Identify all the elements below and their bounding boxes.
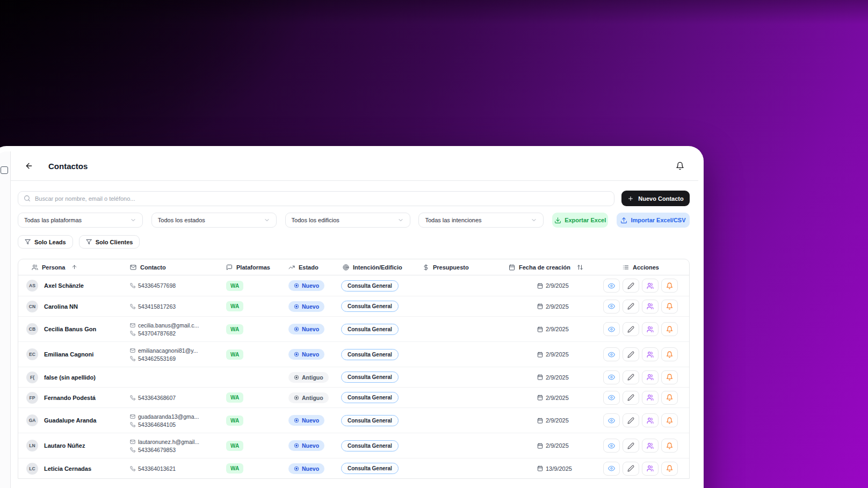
notify-button[interactable]	[661, 462, 678, 476]
users-icon	[647, 282, 654, 289]
platform-badge: WA	[226, 281, 243, 291]
import-excel-button[interactable]: Importar Excel/CSV	[617, 213, 690, 228]
notifications-button[interactable]	[676, 162, 684, 170]
trending-up-icon	[288, 264, 295, 271]
avatar: AS	[26, 280, 38, 292]
buildings-filter-value: Todos los edificios	[292, 217, 339, 223]
status-badge: Nuevo	[288, 324, 324, 334]
intent-chip: Consulta General	[341, 415, 399, 426]
disc-icon	[294, 375, 299, 380]
view-button[interactable]	[603, 300, 620, 314]
search-row: Nuevo Contacto	[18, 191, 690, 206]
notify-button[interactable]	[661, 347, 678, 361]
contact-name: Guadalupe Aranda	[44, 417, 96, 424]
edit-button[interactable]	[623, 322, 639, 336]
bell-icon	[676, 162, 684, 170]
users-icon	[647, 303, 654, 310]
users-icon	[647, 442, 654, 449]
view-button[interactable]	[603, 413, 620, 427]
search-input[interactable]	[35, 195, 609, 202]
column-header-fecha[interactable]: Fecha de creación	[491, 264, 603, 271]
edit-button[interactable]	[623, 300, 639, 314]
avatar: GA	[26, 414, 38, 426]
disc-icon	[294, 283, 299, 288]
eye-icon	[608, 465, 615, 472]
export-excel-button[interactable]: Exportar Excel	[552, 213, 608, 228]
calendar-icon	[537, 283, 543, 289]
view-button[interactable]	[603, 391, 620, 405]
edit-button[interactable]	[623, 439, 639, 453]
calendar-icon	[537, 374, 543, 380]
platforms-filter-select[interactable]: Todas las plataformas	[18, 213, 143, 228]
assign-button[interactable]	[642, 300, 659, 314]
column-header-intencion: Intención/Edificio	[341, 264, 423, 271]
edit-button[interactable]	[623, 347, 639, 361]
disc-icon	[294, 443, 299, 448]
assign-button[interactable]	[642, 347, 659, 361]
states-filter-select[interactable]: Todos los estados	[151, 213, 277, 228]
table-row: GA Guadalupe Aranda guadaaranda13@gma...…	[18, 407, 689, 433]
view-button[interactable]	[603, 439, 620, 453]
notify-button[interactable]	[661, 300, 678, 314]
page-header: Contactos	[11, 151, 698, 181]
edit-button[interactable]	[623, 370, 639, 384]
intentions-filter-select[interactable]: Todas las intenciones	[418, 213, 544, 228]
assign-button[interactable]	[642, 322, 659, 336]
edit-button[interactable]	[623, 279, 639, 293]
users-icon	[647, 394, 654, 401]
assign-button[interactable]	[642, 279, 659, 293]
platform-badge: WA	[226, 349, 243, 360]
arrow-left-icon	[25, 162, 33, 170]
table-row: EC Emiliana Cagnoni emilianacagnoni81@y.…	[18, 341, 689, 367]
assign-button[interactable]	[642, 439, 659, 453]
new-contact-button[interactable]: Nuevo Contacto	[621, 191, 690, 206]
export-excel-label: Exportar Excel	[565, 217, 606, 223]
table-row: CB Cecilia Banus Gon cecilia.banus@gmail…	[18, 316, 689, 341]
eye-icon	[608, 442, 615, 449]
created-date: 2/9/2025	[491, 395, 603, 401]
view-button[interactable]	[603, 370, 620, 384]
status-badge: Nuevo	[288, 440, 324, 451]
notify-button[interactable]	[661, 413, 678, 427]
phone-icon	[130, 356, 135, 361]
calendar-icon	[537, 443, 543, 449]
intent-chip: Consulta General	[341, 440, 399, 451]
app-window: Contactos Nuevo Contacto Todas las plata…	[0, 146, 704, 488]
content-area: Nuevo Contacto Todas las plataformas Tod…	[11, 181, 698, 479]
assign-button[interactable]	[642, 462, 659, 476]
mail-icon	[130, 348, 135, 353]
edit-button[interactable]	[623, 413, 639, 427]
contact-name: Fernando Podestá	[44, 395, 96, 401]
platform-badge: WA	[226, 301, 243, 311]
view-button[interactable]	[603, 347, 620, 361]
view-button[interactable]	[603, 279, 620, 293]
notify-button[interactable]	[661, 370, 678, 384]
assign-button[interactable]	[642, 413, 659, 427]
list-icon	[623, 264, 629, 271]
pencil-icon	[627, 442, 634, 449]
notify-button[interactable]	[661, 322, 678, 336]
back-button[interactable]	[25, 162, 33, 170]
notify-button[interactable]	[661, 279, 678, 293]
contact-name: Leticia Cernadas	[44, 465, 91, 472]
phone-icon	[130, 304, 135, 309]
buildings-filter-select[interactable]: Todos los edificios	[285, 213, 410, 228]
avatar: CN	[26, 301, 38, 312]
upload-icon	[620, 217, 627, 224]
assign-button[interactable]	[642, 391, 659, 405]
view-button[interactable]	[603, 462, 620, 476]
panel-toggle-icon[interactable]	[1, 166, 8, 174]
edit-button[interactable]	[623, 462, 639, 476]
view-button[interactable]	[603, 322, 620, 336]
assign-button[interactable]	[642, 370, 659, 384]
contact-email: cecilia.banus@gmail.c...	[130, 322, 199, 329]
notify-button[interactable]	[661, 391, 678, 405]
edit-button[interactable]	[623, 391, 639, 405]
contacts-table: Persona Contacto Plataformas Estado	[18, 259, 690, 479]
solo-leads-chip[interactable]: Solo Leads	[18, 235, 73, 249]
column-header-persona[interactable]: Persona	[18, 264, 130, 271]
created-date: 2/9/2025	[491, 417, 603, 424]
notify-button[interactable]	[661, 439, 678, 453]
platforms-filter-value: Todas las plataformas	[24, 217, 82, 223]
solo-clientes-chip[interactable]: Solo Clientes	[79, 235, 140, 249]
